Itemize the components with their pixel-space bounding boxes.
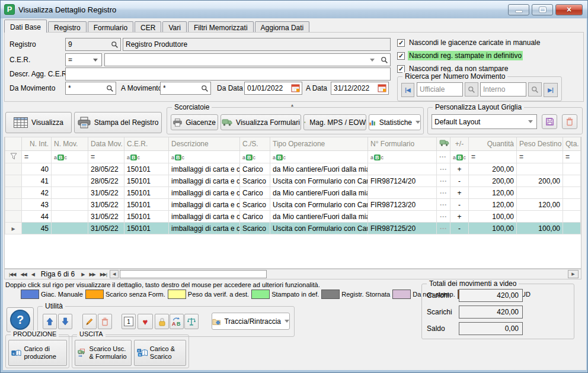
- help-button[interactable]: ?: [7, 307, 34, 332]
- col-header-n_formulario[interactable]: N° Formulario: [368, 137, 437, 151]
- visualizza-formulari-button[interactable]: Visualizza Formulari: [220, 114, 301, 130]
- filter-cell-n_mov[interactable]: aBc: [52, 151, 88, 163]
- edit-button[interactable]: [82, 314, 97, 329]
- a-data-field[interactable]: [331, 82, 389, 95]
- first-record-button[interactable]: |◀: [401, 83, 414, 97]
- col-header-pm[interactable]: +/-: [450, 137, 469, 151]
- checkbox-nascondi-giacenze[interactable]: ✓ Nascondi le giacenze caricate in manua…: [397, 38, 541, 47]
- delete-row-button[interactable]: [98, 314, 112, 329]
- table-row[interactable]: 4231/05/22150101imballaggi di carta e c.…: [5, 187, 581, 199]
- rename-button[interactable]: AB: [170, 314, 184, 329]
- checkbox-icon[interactable]: ✓: [397, 39, 405, 47]
- single-date-button[interactable]: 1: [122, 314, 136, 329]
- col-header-n_int[interactable]: N. Int.: [22, 137, 52, 151]
- a-movimento-input[interactable]: [161, 84, 199, 92]
- descr-agg-input[interactable]: [66, 70, 390, 78]
- filter-cell-quantita[interactable]: =: [469, 151, 517, 163]
- weigh-button[interactable]: [184, 314, 199, 329]
- col-header-data_mov[interactable]: Data Mov.: [88, 137, 124, 151]
- hscroll-thumb[interactable]: [120, 270, 267, 278]
- tab-filtri-memorizzati[interactable]: Filtri Memorizzati: [188, 21, 254, 33]
- ufficiale-input[interactable]: [417, 85, 462, 94]
- maximize-button[interactable]: [532, 4, 553, 15]
- statistiche-dropdown[interactable]: Statistiche: [369, 114, 421, 130]
- table-row[interactable]: 4028/05/22150101imballaggi di carta e c.…: [5, 163, 581, 175]
- search-icon[interactable]: [104, 82, 116, 94]
- close-button[interactable]: ×: [555, 4, 583, 15]
- tab-formulario[interactable]: Formulario: [88, 21, 133, 33]
- checkbox-nascondi-stampate[interactable]: ✓ Nascondi reg. stampate in definitivo: [397, 51, 523, 60]
- filter-cell-peso_destino[interactable]: =: [517, 151, 563, 163]
- col-header-descrizione[interactable]: Descrizione: [169, 137, 240, 151]
- col-header-qta[interactable]: Qta.: [563, 137, 581, 151]
- row-selector-cell[interactable]: ▸: [5, 223, 22, 234]
- filter-cell-cer[interactable]: aBc: [124, 151, 169, 163]
- cer-input[interactable]: [105, 56, 366, 64]
- a-data-input[interactable]: [331, 84, 378, 92]
- filter-cell-pm[interactable]: aBc: [450, 151, 469, 163]
- row-selector-cell[interactable]: [5, 211, 22, 223]
- lock-button[interactable]: [155, 314, 169, 329]
- hscroll-right-arrow[interactable]: ▶: [568, 270, 579, 278]
- move-down-button[interactable]: [58, 314, 72, 329]
- filter-cell-data_mov[interactable]: =: [88, 151, 124, 163]
- filter-cell-truck[interactable]: ···: [437, 151, 450, 163]
- row-selector-cell[interactable]: [5, 175, 22, 187]
- tab-aggiorna-dati[interactable]: Aggiorna Dati: [255, 21, 310, 33]
- next-page-button[interactable]: ▶▶: [87, 272, 97, 277]
- search-icon[interactable]: [108, 38, 120, 50]
- descr-agg-field[interactable]: [65, 67, 391, 81]
- da-movimento-field[interactable]: [65, 82, 116, 95]
- traccia-rintraccia-dropdown[interactable]: Traccia/Rintraccia: [212, 313, 290, 330]
- interno-field[interactable]: [480, 82, 526, 97]
- table-row[interactable]: 4331/05/22150101imballaggi di carta e c.…: [5, 199, 581, 211]
- chevron-down-icon[interactable]: [370, 59, 375, 62]
- a-movimento-field[interactable]: [160, 82, 211, 95]
- interno-input[interactable]: [481, 85, 526, 94]
- cer-combo[interactable]: [104, 53, 391, 66]
- move-up-button[interactable]: [43, 314, 57, 329]
- search-icon[interactable]: [378, 54, 390, 66]
- col-header-tipo_operazione[interactable]: Tipo Operazione: [270, 137, 368, 151]
- da-data-input[interactable]: [245, 84, 291, 92]
- calendar-icon[interactable]: [291, 83, 301, 93]
- hscroll-left-arrow[interactable]: ◀: [110, 270, 119, 278]
- delete-layout-button[interactable]: [562, 114, 577, 129]
- carico-produzione-button[interactable]: c Carico di produzione: [8, 340, 67, 366]
- layout-select[interactable]: [432, 114, 537, 129]
- filter-cell-n_formulario[interactable]: aBc: [368, 151, 437, 163]
- filter-cell-tipo_operazione[interactable]: aBc: [270, 151, 368, 163]
- prev-row-button[interactable]: ◀: [30, 272, 36, 277]
- tab-cer[interactable]: CER: [135, 21, 161, 33]
- cer-operator-select[interactable]: [65, 53, 102, 66]
- last-row-button[interactable]: ▶▶|: [98, 272, 108, 277]
- filter-cell-descrizione[interactable]: aBc: [169, 151, 240, 163]
- col-header-quantita[interactable]: Quantità: [469, 137, 517, 151]
- row-selector-cell[interactable]: [5, 187, 22, 199]
- table-row[interactable]: 4431/05/22150101imballaggi di carta e c.…: [5, 211, 581, 223]
- registro-field[interactable]: [65, 38, 121, 51]
- filter-cell-cs[interactable]: aBc: [240, 151, 270, 163]
- scarico-usc-formulario-button[interactable]: S Scarico Usc. & Formulario: [75, 340, 132, 366]
- tab-vari[interactable]: Vari: [162, 21, 186, 33]
- checkbox-icon[interactable]: ✓: [397, 65, 405, 73]
- mag-mps-button[interactable]: Mag. MPS / EOW: [303, 114, 366, 130]
- calendar-icon[interactable]: [378, 83, 387, 93]
- checkbox-icon[interactable]: ✓: [397, 52, 405, 60]
- col-header-peso_destino[interactable]: Peso Destino: [517, 137, 563, 151]
- search-ufficiale-button[interactable]: [465, 82, 478, 97]
- last-record-button[interactable]: ▶|: [544, 83, 558, 97]
- col-header-n_mov[interactable]: N. Mov.: [52, 137, 88, 151]
- col-header-cer[interactable]: C.E.R.: [124, 137, 169, 151]
- row-selector-cell[interactable]: [5, 199, 22, 211]
- stampa-registro-button[interactable]: Stampa del Registro: [74, 112, 162, 133]
- table-row[interactable]: 4128/05/22150101imballaggi di carta e c.…: [5, 175, 581, 187]
- prev-page-button[interactable]: ◀◀: [18, 272, 28, 277]
- save-layout-button[interactable]: [542, 114, 557, 129]
- filter-cell-qta[interactable]: =: [563, 151, 581, 163]
- filter-row-icon[interactable]: [5, 151, 22, 163]
- col-header-truck[interactable]: [437, 137, 450, 151]
- visualizza-button[interactable]: Visualizza: [5, 112, 72, 133]
- registro-input[interactable]: [66, 40, 108, 49]
- giacenze-button[interactable]: Giacenze: [171, 114, 218, 130]
